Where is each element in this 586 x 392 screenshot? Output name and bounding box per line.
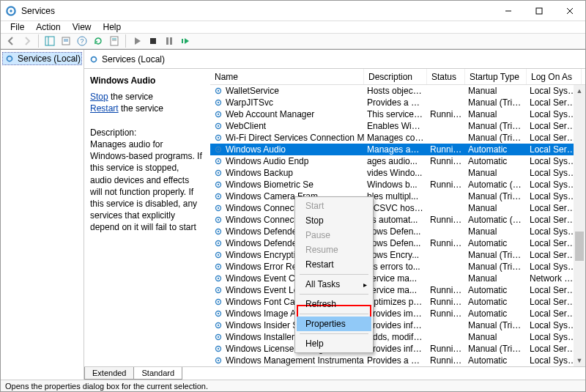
services-window: Services File Action View Help ? Se (0, 0, 586, 392)
row-startup: Manual (465, 332, 527, 342)
row-startup: Manual (Trigg... (465, 320, 527, 330)
service-row[interactable]: Windows Encryption Pdows Encry...Manual … (210, 249, 585, 261)
row-name: WarpJITSvc (226, 97, 273, 108)
vertical-scrollbar[interactable]: ▲ ▼ (574, 85, 585, 366)
service-row[interactable]: Windows Error Reportws errors to...Manua… (210, 261, 585, 273)
row-startup: Manual (465, 86, 527, 96)
ctx-pause: Pause (297, 228, 371, 243)
col-description[interactable]: Description (364, 69, 427, 84)
refresh-button[interactable] (91, 34, 105, 48)
ctx-restart[interactable]: Restart (297, 257, 371, 272)
col-logon[interactable]: Log On As (527, 69, 582, 84)
menu-separator (300, 314, 368, 314)
menu-separator (300, 294, 368, 295)
back-button[interactable] (4, 34, 18, 48)
ctx-refresh[interactable]: Refresh (297, 297, 371, 311)
main-header-title: Services (Local) (102, 54, 165, 64)
ctx-stop[interactable]: Stop (297, 213, 371, 228)
start-service-button[interactable] (130, 34, 144, 48)
maximize-button[interactable] (524, 1, 555, 21)
menu-view[interactable]: View (67, 21, 97, 33)
restart-service-line: Restart the service (90, 103, 203, 114)
row-startup: Automatic (465, 285, 527, 295)
row-name: Windows Audio Endp (226, 156, 308, 166)
service-row[interactable]: WalletServiceHosts objects u...ManualLoc… (210, 85, 585, 97)
svg-point-39 (218, 184, 219, 185)
svg-point-57 (218, 289, 219, 291)
service-row[interactable]: Windows Connect NoNCSVC host...ManualLoc… (210, 202, 585, 214)
service-row[interactable]: Windows Backupvides Windo...ManualLocal … (210, 167, 585, 179)
service-icon (213, 344, 223, 354)
pause-service-button[interactable] (162, 34, 177, 48)
details-pane: Windows Audio Stop the service Restart t… (84, 69, 210, 366)
service-row[interactable]: Windows InstallerAdds, modifies, ...Manu… (210, 331, 585, 343)
svg-point-20 (7, 56, 12, 62)
properties-button[interactable] (107, 34, 122, 48)
ctx-properties[interactable]: Properties (297, 317, 371, 331)
row-name: Windows Installer (226, 332, 294, 342)
row-description: Provides a JIT o... (364, 97, 427, 108)
service-row[interactable]: Windows Insider ServiceProvides infrast.… (210, 319, 585, 331)
col-status[interactable]: Status (427, 69, 465, 84)
stop-service-link[interactable]: Stop (90, 92, 108, 102)
close-button[interactable] (555, 1, 585, 21)
service-row[interactable]: Windows Event Collecservice ma...ManualN… (210, 273, 585, 284)
svg-rect-6 (45, 37, 54, 45)
ctx-all-tasks[interactable]: All Tasks (297, 277, 371, 292)
col-startup[interactable]: Startup Type (465, 69, 527, 84)
svg-point-45 (218, 219, 219, 221)
menu-file[interactable]: File (5, 21, 29, 33)
service-row[interactable]: Wi-Fi Direct Services Connection Manager… (210, 132, 585, 144)
service-icon (213, 168, 223, 178)
help-button[interactable]: ? (75, 34, 89, 48)
col-name[interactable]: Name (210, 69, 364, 84)
service-row[interactable]: Windows Management InstrumentationProvid… (210, 355, 585, 366)
ctx-help[interactable]: Help (297, 336, 371, 351)
tab-standard[interactable]: Standard (133, 367, 182, 380)
service-row[interactable]: WarpJITSvcProvides a JIT o...Manual (Tri… (210, 97, 585, 108)
svg-point-49 (218, 243, 219, 244)
stop-service-button[interactable] (146, 34, 160, 48)
service-row[interactable]: Windows Defender Firdows Defen...Running… (210, 237, 585, 249)
service-row[interactable]: Web Account ManagerThis service is u...R… (210, 108, 585, 120)
menu-action[interactable]: Action (31, 21, 65, 33)
menu-help[interactable]: Help (98, 21, 127, 33)
status-bar: Opens the properties dialog box for the … (1, 380, 585, 391)
service-icon (213, 262, 223, 272)
row-description: Provides a com... (364, 355, 427, 366)
menu-separator (300, 333, 368, 334)
minimize-button[interactable] (493, 1, 524, 21)
service-row[interactable]: Windows Font Cache ServiceOptimizes perf… (210, 296, 585, 308)
scroll-thumb[interactable] (575, 232, 584, 261)
service-row[interactable]: Windows Audio Endpages audio...RunningAu… (210, 155, 585, 167)
restart-service-button[interactable] (178, 34, 193, 48)
service-row[interactable]: WebClientEnables Windo...Manual (Trigg..… (210, 120, 585, 132)
stop-service-line: Stop the service (90, 91, 203, 103)
scroll-up-arrow[interactable]: ▲ (574, 85, 585, 97)
row-startup: Automatic (Tri... (465, 180, 527, 190)
export-list-button[interactable] (59, 34, 73, 48)
tab-extended[interactable]: Extended (84, 367, 134, 380)
ctx-resume: Resume (297, 243, 371, 257)
row-status: Running (427, 215, 465, 225)
row-description: Manages conn... (364, 133, 427, 143)
service-row[interactable]: Windows Image Acquisition (WIA)Provides … (210, 308, 585, 319)
forward-button[interactable] (20, 34, 34, 48)
scroll-down-arrow[interactable]: ▼ (574, 355, 585, 366)
service-icon (213, 191, 223, 201)
service-row[interactable]: Windows License Manager ServiceProvides … (210, 343, 585, 355)
row-startup: Manual (Trigg... (465, 121, 527, 131)
service-row[interactable]: Windows Camera Frambles multipl...Manual… (210, 191, 585, 202)
row-startup: Manual (465, 273, 527, 284)
service-row[interactable]: Windows Biometric SeWindows b...RunningA… (210, 179, 585, 191)
service-row[interactable]: Windows Defender Addows Defen...ManualLo… (210, 226, 585, 237)
service-row[interactable]: Windows Event Logservice ma...RunningAut… (210, 284, 585, 296)
nav-root-item[interactable]: Services (Local) (2, 52, 82, 65)
service-row[interactable]: Windows AudioManages audio...RunningAuto… (210, 144, 585, 155)
menubar: File Action View Help (1, 21, 585, 33)
restart-service-link[interactable]: Restart (90, 103, 119, 114)
service-row[interactable]: Windows Connectiones automat...RunningAu… (210, 214, 585, 226)
show-hide-tree-button[interactable] (42, 34, 57, 48)
service-icon (213, 156, 223, 166)
row-startup: Manual (465, 109, 527, 119)
